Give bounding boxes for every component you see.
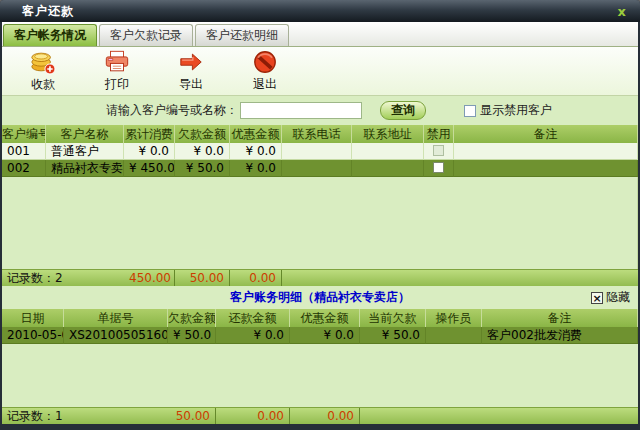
- detail-table-header: 日期 单据号 欠款金额 还款金额 优惠金额 当前欠款 操作员 备注: [2, 309, 638, 327]
- print-button[interactable]: 打印: [90, 49, 144, 93]
- customer-search-input[interactable]: [240, 102, 362, 119]
- phone: [282, 143, 352, 160]
- customers-table-empty-area: [2, 177, 638, 269]
- hide-checkbox[interactable]: ×: [591, 292, 603, 304]
- close-icon[interactable]: x: [612, 5, 632, 18]
- search-row: 请输入客户编号或名称： 查询 显示禁用客户: [2, 96, 638, 125]
- debt-amount: ¥ 0.0: [175, 143, 230, 160]
- phone: [282, 160, 352, 177]
- address: [352, 143, 424, 160]
- tab-repayment-details[interactable]: 客户还款明细: [195, 24, 289, 46]
- hide-option[interactable]: × 隐藏: [591, 289, 630, 306]
- discount-sum: 0.00: [230, 270, 282, 286]
- toolbar-button-label: 导出: [179, 76, 203, 93]
- tab-bar: 客户帐务情况 客户欠款记录 客户还款明细: [2, 22, 638, 47]
- debt-sum: 50.00: [168, 408, 216, 424]
- remark: 客户002批发消费: [482, 327, 638, 344]
- search-label: 请输入客户编号或名称：: [106, 102, 238, 119]
- show-disabled-checkbox[interactable]: [464, 105, 476, 117]
- export-button[interactable]: 导出: [164, 49, 218, 93]
- table-row[interactable]: 001 普通客户 ¥ 0.0 ¥ 0.0 ¥ 0.0: [2, 143, 638, 160]
- titlebar: 客户还款 x: [0, 0, 640, 22]
- window-bottom-frame: [2, 424, 638, 430]
- customer-repayment-window: 客户还款 x 客户帐务情况 客户欠款记录 客户还款明细 收款: [0, 0, 640, 430]
- export-arrow-icon: [178, 49, 204, 75]
- detail-section-bar: 客户账务明细（精品衬衣专卖店） × 隐藏: [2, 286, 638, 309]
- detail-table-empty-area: [2, 344, 638, 407]
- column-header[interactable]: 联系地址: [352, 125, 424, 143]
- discount-amount: ¥ 0.0: [230, 160, 282, 177]
- show-disabled-label: 显示禁用客户: [480, 102, 552, 119]
- column-header[interactable]: 日期: [2, 309, 64, 327]
- printer-icon: [104, 49, 130, 75]
- remark: [454, 143, 638, 160]
- show-disabled-option[interactable]: 显示禁用客户: [464, 102, 552, 119]
- exit-button[interactable]: 退出: [238, 49, 292, 93]
- column-header[interactable]: 还款金额: [216, 309, 290, 327]
- toolbar-button-label: 退出: [253, 76, 277, 93]
- column-header[interactable]: 客户名称: [46, 125, 124, 143]
- detail-row-selected[interactable]: 2010-05-05 XS20100505160001 ¥ 50.0 ¥ 0.0…: [2, 327, 638, 344]
- table-row-selected[interactable]: 002 精品衬衣专卖店 ¥ 450.0 ¥ 50.0 ¥ 0.0: [2, 160, 638, 177]
- repay-sum: 0.00: [216, 408, 290, 424]
- column-header[interactable]: 欠款金额: [168, 309, 216, 327]
- detail-table-footer: 记录数：1 50.00 0.00 0.00: [2, 407, 638, 424]
- query-button[interactable]: 查询: [380, 101, 426, 120]
- record-count: 记录数：2: [2, 270, 124, 286]
- debt-sum: 50.00: [175, 270, 230, 286]
- column-header[interactable]: 备注: [482, 309, 638, 327]
- discount-amount: ¥ 0.0: [290, 327, 360, 344]
- discount-amount: ¥ 0.0: [230, 143, 282, 160]
- toolbar: 收款 打印 导出: [2, 47, 638, 96]
- column-header[interactable]: 禁用: [424, 125, 454, 143]
- remark: [454, 160, 638, 177]
- toolbar-button-label: 打印: [105, 76, 129, 93]
- customers-table-header: 客户编号 客户名称 累计消费 欠款金额 优惠金额 联系电话 联系地址 禁用 备注: [2, 125, 638, 143]
- column-header[interactable]: 联系电话: [282, 125, 352, 143]
- discount-sum: 0.00: [290, 408, 360, 424]
- current-debt: ¥ 50.0: [360, 327, 426, 344]
- customer-name: 普通客户: [46, 143, 124, 160]
- column-header[interactable]: 备注: [454, 125, 638, 143]
- debt-amount: ¥ 50.0: [168, 327, 216, 344]
- column-header[interactable]: 客户编号: [2, 125, 46, 143]
- customer-name: 精品衬衣专卖店: [46, 160, 124, 177]
- customers-table-footer: 记录数：2 450.00 50.00 0.00: [2, 269, 638, 286]
- customer-id: 002: [2, 160, 46, 177]
- column-header[interactable]: 欠款金额: [175, 125, 230, 143]
- column-header[interactable]: 优惠金额: [230, 125, 282, 143]
- tab-customer-debts[interactable]: 客户欠款记录: [99, 24, 193, 46]
- column-header[interactable]: 累计消费: [124, 125, 175, 143]
- date: 2010-05-05: [2, 327, 64, 344]
- hide-label: 隐藏: [606, 289, 630, 306]
- document-number: XS20100505160001: [64, 327, 168, 344]
- cancel-icon: [252, 49, 278, 75]
- total-spent-sum: 450.00: [124, 270, 175, 286]
- debt-amount: ¥ 50.0: [175, 160, 230, 177]
- column-header[interactable]: 操作员: [426, 309, 482, 327]
- column-header[interactable]: 单据号: [64, 309, 168, 327]
- tab-customer-accounts[interactable]: 客户帐务情况: [3, 24, 97, 46]
- operator: [426, 327, 482, 344]
- receive-payment-button[interactable]: 收款: [16, 49, 70, 93]
- disabled-checkbox[interactable]: [433, 145, 444, 156]
- total-spent: ¥ 450.0: [124, 160, 175, 177]
- customer-id: 001: [2, 143, 46, 160]
- coins-icon: [30, 49, 56, 75]
- column-header[interactable]: 当前欠款: [360, 309, 426, 327]
- toolbar-button-label: 收款: [31, 76, 55, 93]
- window-frame: 客户帐务情况 客户欠款记录 客户还款明细 收款: [0, 22, 640, 430]
- repay-amount: ¥ 0.0: [216, 327, 290, 344]
- record-count: 记录数：1: [2, 408, 168, 424]
- window-title: 客户还款: [22, 3, 74, 20]
- column-header[interactable]: 优惠金额: [290, 309, 360, 327]
- disabled-checkbox[interactable]: [433, 162, 444, 173]
- address: [352, 160, 424, 177]
- detail-section-title: 客户账务明细（精品衬衣专卖店）: [2, 289, 638, 306]
- total-spent: ¥ 0.0: [124, 143, 175, 160]
